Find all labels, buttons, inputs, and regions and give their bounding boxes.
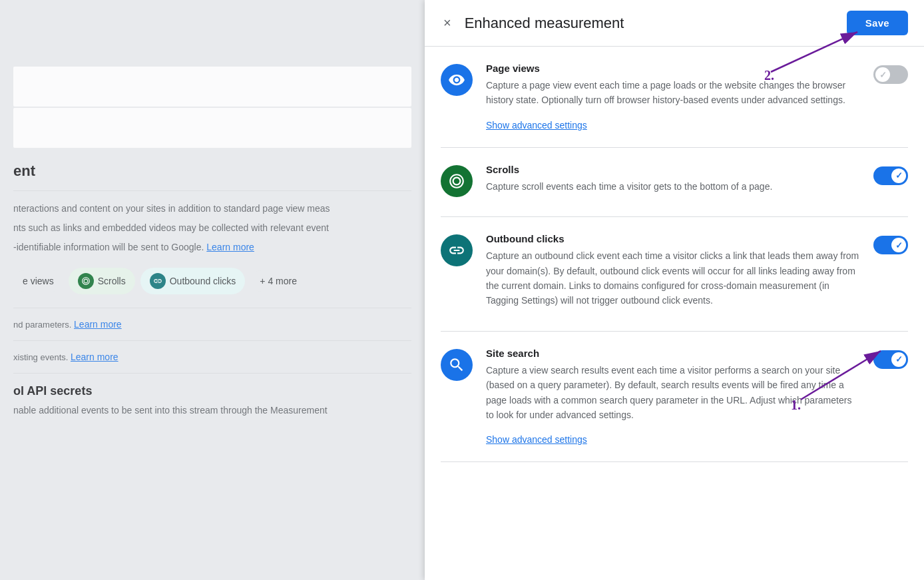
left-body-text-3: -identifiable information will be sent t…	[13, 240, 411, 254]
save-button[interactable]: Save	[847, 11, 908, 35]
chip-more: + 4 more	[250, 270, 306, 292]
scrolls-toggle[interactable]: ✓	[873, 166, 908, 185]
page-views-advanced-link[interactable]: Show advanced settings	[486, 120, 587, 131]
left-api-heading: ol API secrets	[13, 384, 411, 398]
site-search-toggle-container: ✓	[873, 348, 908, 369]
site-search-section: Site search Capture a view search result…	[441, 332, 908, 463]
outbound-clicks-icon	[150, 273, 166, 289]
left-panel: ent nteractions and content on your site…	[0, 0, 425, 580]
outbound-clicks-content: Outbound clicks Capture an outbound clic…	[486, 233, 860, 315]
page-views-desc: Capture a page view event each time a pa…	[486, 78, 860, 108]
page-views-toggle-track: ✓	[873, 65, 908, 84]
panel-header: × Enhanced measurement Save	[425, 0, 924, 47]
outbound-clicks-toggle-container: ✓	[873, 233, 908, 254]
left-heading: ent	[13, 162, 411, 180]
outbound-clicks-toggle[interactable]: ✓	[873, 236, 908, 254]
left-small-text-params: nd parameters. Learn more	[13, 319, 411, 330]
close-button[interactable]: ×	[441, 13, 454, 33]
left-small-text-events: xisting events. Learn more	[13, 352, 411, 362]
site-search-advanced-link[interactable]: Show advanced settings	[486, 434, 587, 445]
chip-page-views: e views	[13, 270, 63, 292]
outbound-clicks-section-icon	[441, 234, 473, 266]
page-views-content: Page views Capture a page view event eac…	[486, 63, 860, 131]
scrolls-desc: Capture scroll events each time a visito…	[486, 179, 860, 194]
outbound-clicks-toggle-track: ✓	[873, 236, 908, 254]
outbound-clicks-check: ✓	[895, 240, 903, 250]
page-views-section: Page views Capture a page view event eac…	[441, 47, 908, 148]
site-search-title: Site search	[486, 348, 860, 359]
page-views-icon	[441, 64, 473, 96]
site-search-content: Site search Capture a view search result…	[486, 348, 860, 446]
learn-more-link-2[interactable]: Learn more	[74, 319, 122, 330]
outbound-clicks-toggle-thumb: ✓	[891, 238, 906, 252]
outbound-clicks-desc: Capture an outbound click event each tim…	[486, 248, 860, 308]
chip-label-more: + 4 more	[260, 276, 297, 286]
site-search-toggle-thumb: ✓	[891, 352, 906, 367]
right-panel: 1. 2. × Enhanced measurement Save	[425, 0, 924, 580]
scrolls-icon	[441, 165, 473, 197]
scrolls-section: Scrolls Capture scroll events each time …	[441, 148, 908, 217]
scrolls-toggle-track: ✓	[873, 166, 908, 185]
page-views-check: ✓	[879, 70, 887, 80]
outbound-clicks-title: Outbound clicks	[486, 233, 860, 244]
chips-row: e views Scrolls Outbound clicks + 4 more	[13, 268, 411, 294]
page-views-toggle-thumb: ✓	[875, 67, 890, 82]
left-body-text-2: nts such as links and embedded videos ma…	[13, 221, 411, 235]
chip-label-outbound: Outbound clicks	[170, 276, 236, 286]
left-body-text-1: nteractions and content on your sites in…	[13, 202, 411, 216]
panel-title: Enhanced measurement	[465, 15, 624, 32]
outbound-clicks-section: Outbound clicks Capture an outbound clic…	[441, 217, 908, 332]
panel-body: Page views Capture a page view event eac…	[425, 47, 924, 580]
scrolls-content: Scrolls Capture scroll events each time …	[486, 164, 860, 200]
scrolls-toggle-container: ✓	[873, 164, 908, 185]
chip-label-page-views: e views	[23, 276, 54, 286]
scrolls-title: Scrolls	[486, 164, 860, 175]
scrolls-check: ✓	[895, 170, 903, 180]
chip-label-scrolls: Scrolls	[98, 276, 126, 286]
header-left: × Enhanced measurement	[441, 13, 624, 33]
left-api-body: nable additional events to be sent into …	[13, 404, 411, 418]
learn-more-link-3[interactable]: Learn more	[71, 352, 118, 362]
scrolls-icon	[78, 273, 94, 289]
site-search-desc: Capture a view search results event each…	[486, 363, 860, 423]
site-search-check: ✓	[895, 354, 903, 364]
learn-more-link-1[interactable]: Learn more	[206, 242, 254, 252]
page-views-toggle[interactable]: ✓	[873, 65, 908, 84]
site-search-icon	[441, 349, 473, 381]
site-search-toggle[interactable]: ✓	[873, 350, 908, 369]
page-views-title: Page views	[486, 63, 860, 74]
chip-outbound-clicks: Outbound clicks	[140, 268, 246, 294]
scrolls-toggle-thumb: ✓	[891, 168, 906, 183]
chip-scrolls: Scrolls	[69, 268, 135, 294]
page-views-toggle-container: ✓	[873, 63, 908, 84]
site-search-toggle-track: ✓	[873, 350, 908, 369]
